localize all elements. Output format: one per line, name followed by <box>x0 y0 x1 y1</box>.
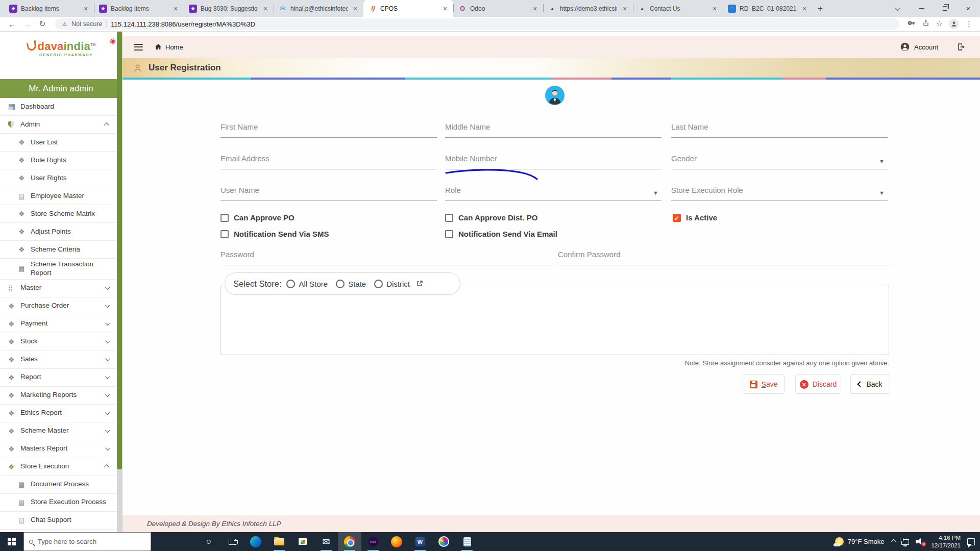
reload-button[interactable]: ↻ <box>36 19 49 29</box>
browser-tab[interactable]: Contact Us × <box>633 0 723 17</box>
browser-tab[interactable]: RD_B2C_01-082021- B × <box>723 0 813 17</box>
tab-close-icon[interactable]: × <box>710 5 719 13</box>
store-option-radio[interactable]: District <box>374 280 410 288</box>
notification-sms-checkbox[interactable]: Notification Send Via SMS <box>220 230 329 238</box>
tab-close-icon[interactable]: × <box>531 5 539 13</box>
back-button[interactable]: ← <box>5 20 18 29</box>
bookmark-star-icon[interactable]: ☆ <box>936 19 943 29</box>
new-tab-button[interactable]: + <box>813 2 828 16</box>
sidebar-item[interactable]: Store Execution Process <box>0 494 117 512</box>
taskbar-app-button[interactable] <box>338 532 361 551</box>
taskbar-app-button[interactable] <box>455 532 479 551</box>
sidebar-item[interactable]: Store Scheme Matrix <box>0 205 117 223</box>
store-execution-role-select[interactable]: Store Execution Role▼ <box>671 182 888 201</box>
sidebar-item[interactable]: Payment <box>0 315 117 333</box>
sidebar-item[interactable]: Ethics Report <box>0 405 117 422</box>
taskbar-app-button[interactable] <box>244 532 267 551</box>
taskbar-app-button[interactable] <box>385 532 408 551</box>
taskbar-app-button[interactable] <box>220 532 244 551</box>
tab-close-icon[interactable]: × <box>82 5 90 13</box>
first-name-field[interactable]: First Name <box>220 118 437 138</box>
url-text[interactable]: 115.124.111.238:8086/user/register/MA%3D… <box>111 20 255 28</box>
taskbar-app-button[interactable] <box>267 532 291 551</box>
tab-close-icon[interactable]: × <box>172 5 180 13</box>
sidebar-item[interactable]: Master <box>0 280 117 297</box>
share-icon[interactable] <box>922 19 930 29</box>
taskbar-app-button[interactable] <box>314 532 338 551</box>
sidebar-item[interactable]: User Rights <box>0 169 117 187</box>
sidebar-item[interactable]: Role Rights <box>0 152 117 169</box>
profile-avatar-icon[interactable] <box>949 19 959 29</box>
browser-tab[interactable]: Backlog items × <box>94 0 184 17</box>
taskbar-app-button[interactable] <box>432 532 455 551</box>
taskbar-app-button[interactable] <box>361 532 385 551</box>
security-label[interactable]: Not secure <box>71 20 102 28</box>
action-center-icon[interactable] <box>967 538 975 545</box>
start-button[interactable] <box>0 532 23 551</box>
search-input[interactable] <box>38 538 145 545</box>
last-name-field[interactable]: Last Name <box>671 118 888 138</box>
taskbar-search[interactable] <box>23 532 151 551</box>
tab-close-icon[interactable]: × <box>261 5 270 13</box>
sidebar-item[interactable]: Sales <box>0 351 117 369</box>
confirm-password-field[interactable]: Confirm Password <box>558 246 893 265</box>
sidebar-item[interactable]: Purchase Order <box>0 297 117 315</box>
sidebar-item[interactable]: Masters Report <box>0 440 117 458</box>
scrollbar-thumb[interactable] <box>117 32 122 469</box>
red-badge-icon[interactable]: ✳ <box>108 36 117 47</box>
sidebar-item[interactable]: Admin <box>0 116 117 134</box>
browser-tab[interactable]: Odoo × <box>453 0 543 17</box>
taskbar-app-button[interactable] <box>197 532 220 551</box>
can-approve-po-checkbox[interactable]: Can Approve PO <box>220 213 295 222</box>
sidebar-item[interactable]: Scheme Transaction Report <box>0 259 117 280</box>
sidebar-item[interactable]: Stock <box>0 333 117 351</box>
middle-name-field[interactable]: Middle Name <box>445 118 662 138</box>
open-store-picker-icon[interactable] <box>416 280 423 287</box>
account-button[interactable]: Account <box>900 42 938 52</box>
home-button[interactable]: Home <box>154 43 183 51</box>
window-close-button[interactable]: × <box>957 0 980 17</box>
menu-toggle-button[interactable] <box>134 44 143 51</box>
can-approve-dist-po-checkbox[interactable]: Can Approve Dist. PO <box>445 213 537 222</box>
address-bar[interactable]: ⚠ Not secure 115.124.111.238:8086/user/r… <box>55 18 899 30</box>
gender-select[interactable]: Gender▼ <box>671 150 888 169</box>
sidebar-item[interactable]: Scheme Master <box>0 422 117 440</box>
user-name-field[interactable]: User Name <box>220 182 437 201</box>
email-field[interactable]: Email Address <box>220 150 437 169</box>
sidebar-item[interactable]: Adjust Points <box>0 223 117 241</box>
window-restore-button[interactable] <box>933 0 957 17</box>
profile-photo-placeholder[interactable] <box>545 86 565 105</box>
tab-close-icon[interactable]: × <box>441 5 449 13</box>
browser-tab[interactable]: https://demo3.ethicsin × <box>543 0 633 17</box>
sidebar-item[interactable]: Store Execution <box>0 458 117 476</box>
tab-close-icon[interactable]: × <box>351 5 359 13</box>
password-field[interactable]: Password <box>220 246 555 265</box>
sidebar-item[interactable]: Marketing Reports <box>0 387 117 405</box>
tab-close-icon[interactable]: × <box>621 5 629 13</box>
network-icon[interactable] <box>901 539 909 545</box>
store-option-radio[interactable]: State <box>336 280 366 288</box>
weather-widget[interactable]: 79°F Smoke <box>835 537 885 546</box>
save-button[interactable]: Save <box>743 374 785 394</box>
sidebar-item[interactable]: Report <box>0 369 117 387</box>
clock[interactable]: 4:16 PM 12/17/2021 <box>931 534 961 549</box>
tray-expand-icon[interactable] <box>891 539 896 544</box>
sidebar-item[interactable]: Employee Master <box>0 187 117 205</box>
window-minimize-button[interactable] <box>910 0 933 17</box>
discard-button[interactable]: Discard <box>795 374 841 394</box>
browser-tab[interactable]: hinal.p@ethicsinfotech × <box>274 0 363 17</box>
sidebar-scrollbar[interactable] <box>117 32 122 532</box>
sidebar-item[interactable]: User List <box>0 134 117 152</box>
sidebar-item[interactable]: Chat Support <box>0 512 117 530</box>
browser-tab[interactable]: Bug 3030: Suggestion × <box>184 0 274 17</box>
key-icon[interactable] <box>908 19 916 29</box>
mobile-number-field[interactable]: Mobile Number <box>445 150 662 169</box>
sidebar-item[interactable]: Dashboard <box>0 98 117 116</box>
browser-tab[interactable]: Backlog items × <box>4 0 94 17</box>
back-button-form[interactable]: Back <box>850 374 890 394</box>
role-select[interactable]: Role▼ <box>445 182 662 201</box>
logout-button[interactable] <box>957 42 967 52</box>
tab-close-icon[interactable]: × <box>800 5 808 13</box>
taskbar-app-button[interactable] <box>291 532 314 551</box>
taskbar-app-button[interactable] <box>408 532 432 551</box>
